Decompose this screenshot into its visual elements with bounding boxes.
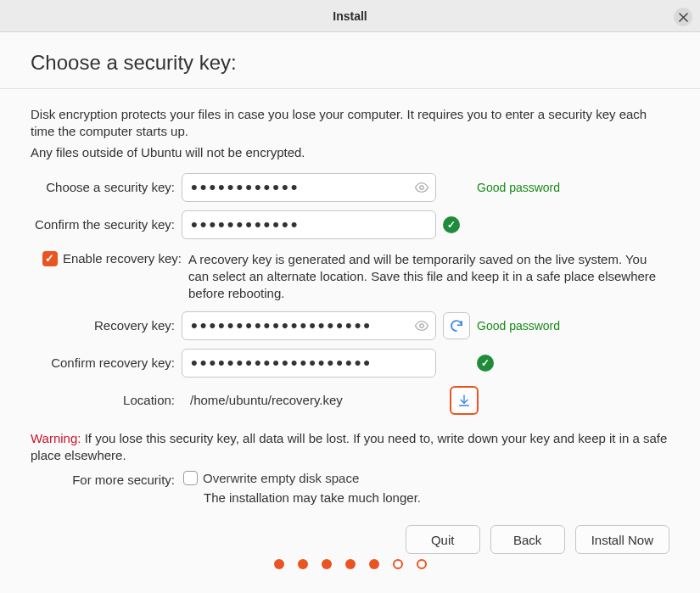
overwrite-hint: The installation may take much longer.: [183, 490, 669, 505]
label-more-security: For more security:: [31, 471, 175, 487]
refresh-icon: [449, 318, 464, 333]
recovery-key-confirm-input[interactable]: [182, 349, 436, 378]
close-icon: [679, 13, 688, 22]
svg-point-1: [420, 323, 424, 327]
install-now-button[interactable]: Install Now: [575, 525, 669, 554]
download-icon: [457, 394, 471, 407]
regenerate-recovery-button[interactable]: [443, 312, 470, 339]
page-heading: Choose a security key:: [31, 51, 669, 75]
label-choose-key: Choose a security key:: [31, 180, 175, 194]
warning-prefix: Warning:: [31, 431, 81, 445]
label-recovery-key: Recovery key:: [31, 318, 175, 333]
intro-text: Disk encryption protects your files in c…: [31, 106, 669, 141]
close-button[interactable]: [674, 8, 692, 26]
security-key-confirm-input[interactable]: [182, 210, 436, 239]
recovery-key-input[interactable]: [182, 311, 436, 340]
eye-icon[interactable]: [414, 318, 429, 333]
save-location-button[interactable]: [450, 386, 479, 415]
location-value: /home/ubuntu/recovery.key: [182, 393, 443, 407]
progress-dot: [393, 559, 403, 569]
label-confirm-key: Confirm the security key:: [31, 217, 175, 232]
warning-text: Warning: If you lose this security key, …: [31, 430, 669, 465]
progress-dot: [345, 559, 356, 569]
intro-text-2: Any files outside of Ubuntu will not be …: [31, 144, 669, 161]
security-key-feedback: Good password: [477, 181, 669, 194]
progress-dot: [369, 559, 379, 569]
progress-dot: [322, 559, 332, 569]
label-location: Location:: [31, 393, 175, 407]
label-enable-recovery: Enable recovery key:: [63, 251, 182, 266]
titlebar: Install: [0, 0, 700, 32]
label-confirm-recovery: Confirm recovery key:: [31, 355, 175, 370]
enable-recovery-checkbox[interactable]: ✓: [42, 251, 58, 266]
recovery-description: A recovery key is generated and will be …: [182, 251, 669, 303]
action-bar: Quit Back Install Now: [31, 525, 669, 554]
progress-dot: [298, 559, 308, 569]
check-icon: ✓: [443, 216, 460, 233]
progress-dot: [417, 559, 427, 569]
back-button[interactable]: Back: [490, 525, 565, 554]
separator: [0, 88, 700, 89]
security-key-input[interactable]: [182, 173, 436, 202]
svg-point-0: [420, 186, 424, 190]
overwrite-checkbox[interactable]: [183, 471, 198, 485]
eye-icon[interactable]: [414, 180, 429, 195]
overwrite-label: Overwrite empty disk space: [203, 471, 359, 485]
recovery-key-feedback: Good password: [477, 319, 669, 333]
progress-dot: [274, 559, 284, 569]
progress-dots: [0, 559, 700, 569]
warning-body: If you lose this security key, all data …: [31, 431, 667, 462]
window-title: Install: [333, 9, 367, 23]
check-icon: ✓: [477, 355, 494, 372]
quit-button[interactable]: Quit: [406, 525, 480, 554]
